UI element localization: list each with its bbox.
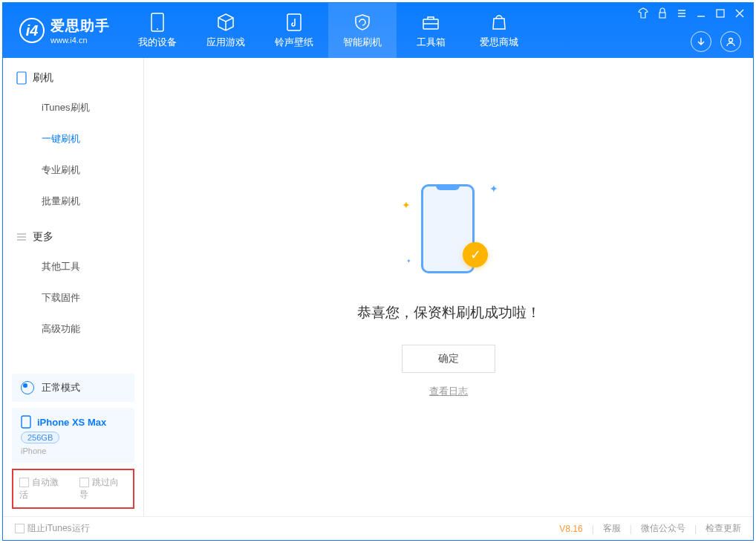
sidebar-item-batch-flash[interactable]: 批量刷机 (3, 186, 143, 217)
svg-rect-4 (659, 13, 665, 18)
svg-rect-7 (17, 72, 26, 84)
section-title: 更多 (33, 230, 53, 244)
lock-icon[interactable] (656, 7, 668, 19)
cube-icon (216, 13, 235, 32)
sidebar-header-flash: 刷机 (3, 71, 143, 92)
sidebar-item-itunes-flash[interactable]: iTunes刷机 (3, 92, 143, 123)
app-logo[interactable]: i4 爱思助手 www.i4.cn (3, 16, 123, 45)
nav-ringtone-wallpaper[interactable]: 铃声壁纸 (260, 3, 328, 58)
status-bar: 阻止iTunes运行 V8.16 | 客服 | 微信公众号 | 检查更新 (3, 516, 753, 540)
logo-text: 爱思助手 www.i4.cn (50, 16, 110, 45)
minimize-icon[interactable] (695, 7, 707, 19)
maximize-icon[interactable] (714, 7, 726, 19)
device-mode-box[interactable]: 正常模式 (12, 374, 134, 402)
footer-link-update[interactable]: 检查更新 (706, 522, 741, 535)
shield-refresh-icon (353, 13, 372, 32)
toolbox-icon (421, 13, 440, 32)
phone-icon (16, 71, 27, 85)
shopping-bag-icon (489, 13, 509, 32)
sparkle-icon: ✦ (406, 258, 411, 264)
device-info-box[interactable]: iPhone XS Max 256GB iPhone (12, 408, 134, 463)
check-badge-icon: ✓ (463, 242, 488, 267)
top-nav: 我的设备 应用游戏 铃声壁纸 智能刷机 工具箱 爱思商城 (123, 3, 533, 58)
version-label: V8.16 (559, 524, 582, 534)
nav-my-device[interactable]: 我的设备 (123, 3, 192, 58)
footer-link-wechat[interactable]: 微信公众号 (641, 522, 685, 535)
sidebar: 刷机 iTunes刷机 一键刷机 专业刷机 批量刷机 更多 其他工具 下载固件 … (3, 58, 144, 516)
device-capacity: 256GB (21, 432, 59, 443)
main-content: ✦ ✦ ✦ ✓ 恭喜您，保资料刷机成功啦！ 确定 查看日志 (144, 58, 753, 516)
svg-point-1 (157, 28, 158, 30)
block-itunes-checkbox[interactable]: 阻止iTunes运行 (15, 522, 90, 535)
phone-notch (436, 184, 460, 190)
header-actions (691, 31, 741, 52)
nav-store[interactable]: 爱思商城 (465, 3, 533, 58)
auto-activate-checkbox[interactable]: 自动激活 (19, 476, 68, 501)
sidebar-header-more: 更多 (3, 230, 143, 251)
svg-rect-8 (22, 416, 30, 428)
sidebar-section-more: 更多 其他工具 下载固件 高级功能 (3, 217, 143, 345)
sidebar-section-flash: 刷机 iTunes刷机 一键刷机 专业刷机 批量刷机 (3, 58, 143, 217)
svg-point-6 (729, 39, 733, 42)
logo-icon: i4 (19, 18, 45, 43)
window-controls (637, 7, 746, 19)
mode-icon (21, 381, 34, 394)
header-bar: i4 爱思助手 www.i4.cn 我的设备 应用游戏 铃声壁纸 智能刷机 (3, 3, 753, 58)
ok-button[interactable]: 确定 (402, 345, 495, 373)
sidebar-item-oneclick-flash[interactable]: 一键刷机 (3, 123, 143, 155)
app-window: i4 爱思助手 www.i4.cn 我的设备 应用游戏 铃声壁纸 智能刷机 (2, 2, 754, 541)
sparkle-icon: ✦ (402, 199, 411, 211)
device-mode-label: 正常模式 (42, 381, 80, 394)
view-log-link[interactable]: 查看日志 (429, 385, 468, 398)
nav-smart-flash[interactable]: 智能刷机 (328, 3, 397, 58)
svg-rect-5 (717, 10, 724, 17)
user-button[interactable] (720, 31, 741, 52)
menu-icon[interactable] (676, 7, 688, 19)
device-name: iPhone XS Max (37, 417, 106, 428)
nav-label: 智能刷机 (343, 36, 382, 49)
nav-apps-games[interactable]: 应用游戏 (192, 3, 260, 58)
sidebar-bottom: 正常模式 iPhone XS Max 256GB iPhone 自动激活 跳过向… (3, 368, 143, 516)
success-illustration: ✦ ✦ ✦ ✓ (393, 177, 504, 281)
phone-icon (21, 415, 31, 429)
flash-options-row: 自动激活 跳过向导 (12, 469, 134, 509)
nav-toolbox[interactable]: 工具箱 (397, 3, 465, 58)
svg-rect-2 (287, 14, 301, 30)
skin-icon[interactable] (637, 7, 649, 19)
download-button[interactable] (691, 31, 711, 52)
body: 刷机 iTunes刷机 一键刷机 专业刷机 批量刷机 更多 其他工具 下载固件 … (3, 58, 753, 516)
sidebar-item-advanced[interactable]: 高级功能 (3, 313, 143, 345)
device-icon (148, 13, 167, 32)
footer-link-support[interactable]: 客服 (603, 522, 621, 535)
list-icon (16, 232, 27, 242)
nav-label: 铃声壁纸 (275, 36, 313, 49)
sparkle-icon: ✦ (489, 183, 498, 195)
sidebar-item-download-firmware[interactable]: 下载固件 (3, 282, 143, 313)
section-title: 刷机 (33, 71, 53, 85)
app-name-cn: 爱思助手 (50, 16, 110, 36)
nav-label: 应用游戏 (206, 36, 245, 49)
app-name-en: www.i4.cn (50, 36, 110, 45)
music-file-icon (284, 13, 304, 32)
skip-guide-checkbox[interactable]: 跳过向导 (79, 476, 128, 501)
close-icon[interactable] (734, 7, 746, 19)
success-message: 恭喜您，保资料刷机成功啦！ (357, 303, 541, 322)
nav-label: 我的设备 (138, 36, 177, 49)
sidebar-item-pro-flash[interactable]: 专业刷机 (3, 155, 143, 186)
nav-label: 工具箱 (417, 36, 446, 49)
nav-label: 爱思商城 (480, 36, 518, 49)
sidebar-item-other-tools[interactable]: 其他工具 (3, 251, 143, 282)
device-type: iPhone (21, 446, 46, 455)
